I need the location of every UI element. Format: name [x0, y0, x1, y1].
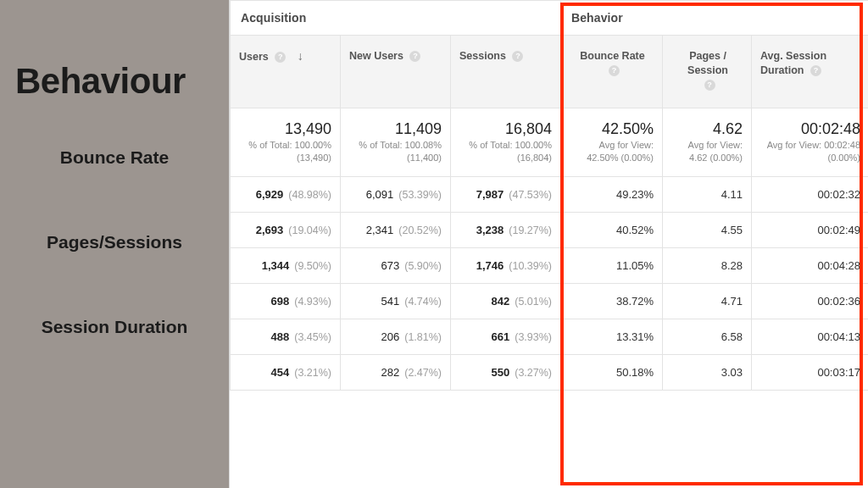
cell-value: 541: [381, 295, 400, 308]
cell-value: 550: [492, 366, 510, 379]
cell-new-users: 282(2.47%): [341, 354, 451, 390]
cell-duration: 00:02:36: [752, 283, 868, 319]
cell-pages-per-session: 8.28: [663, 247, 752, 283]
table-row[interactable]: 6,929(48.98%)6,091(53.39%)7,987(47.53%)4…: [231, 176, 869, 212]
summary-value: 42.50%: [570, 119, 654, 139]
cell-sessions: 550(3.27%): [451, 354, 561, 390]
annotation-pages-sessions: Pages/Sessions: [15, 232, 214, 252]
slide-annotations: Behaviour Bounce Rate Pages/Sessions Ses…: [0, 0, 229, 488]
cell-value: 6,929: [256, 188, 284, 201]
cell-value: 2,693: [256, 224, 284, 236]
cell-duration: 00:04:13: [752, 319, 868, 354]
cell-new-users: 6,091(53.39%): [341, 176, 451, 212]
table-row[interactable]: 698(4.93%)541(4.74%)842(5.01%)38.72%4.71…: [231, 283, 869, 319]
summary-sessions: 16,804 % of Total: 100.00% (16,804): [451, 108, 561, 176]
summary-value: 13,490: [239, 119, 331, 139]
cell-duration: 00:02:49: [752, 212, 868, 247]
help-icon[interactable]: ?: [512, 51, 523, 62]
cell-sessions: 7,987(47.53%): [451, 176, 561, 212]
cell-percent: (9.50%): [294, 260, 331, 272]
column-group-behavior: Behavior: [561, 1, 868, 36]
cell-bounce-rate: 38.72%: [561, 283, 663, 319]
summary-subtext: % of Total: 100.08% (11,400): [349, 139, 442, 164]
help-icon[interactable]: ?: [409, 51, 420, 62]
column-group-acquisition: Acquisition: [231, 1, 561, 36]
column-header-label: Users: [239, 51, 269, 63]
cell-duration: 00:02:32: [752, 176, 868, 212]
summary-value: 11,409: [349, 119, 442, 139]
cell-users: 454(3.21%): [231, 354, 341, 390]
summary-row: 13,490 % of Total: 100.00% (13,490) 11,4…: [231, 108, 869, 176]
annotation-session-duration: Session Duration: [15, 317, 214, 337]
cell-duration: 00:04:28: [752, 247, 868, 283]
help-icon[interactable]: ?: [704, 80, 715, 91]
cell-value: 698: [271, 295, 290, 308]
cell-new-users: 206(1.81%): [341, 319, 451, 354]
cell-new-users: 673(5.90%): [341, 247, 451, 283]
summary-duration: 00:02:48 Avg for View: 00:02:48 (0.00%): [752, 108, 868, 176]
summary-subtext: % of Total: 100.00% (16,804): [459, 139, 552, 164]
summary-value: 4.62: [671, 119, 743, 139]
cell-bounce-rate: 50.18%: [561, 354, 663, 390]
analytics-report-table: Acquisition Behavior Users ? ↓ New Users…: [229, 0, 868, 488]
sort-arrow-down-icon[interactable]: ↓: [298, 48, 303, 64]
cell-value: 206: [381, 330, 400, 343]
table-row[interactable]: 2,693(19.04%)2,341(20.52%)3,238(19.27%)4…: [231, 212, 869, 247]
cell-percent: (2.47%): [404, 367, 442, 379]
cell-users: 2,693(19.04%): [231, 212, 341, 247]
cell-value: 1,344: [262, 259, 290, 272]
summary-pages-per-session: 4.62 Avg for View: 4.62 (0.00%): [663, 108, 752, 176]
column-header-pages-per-session[interactable]: Pages / Session ?: [663, 36, 752, 108]
cell-duration: 00:03:17: [752, 354, 868, 390]
column-header-avg-session-duration[interactable]: Avg. Session Duration ?: [752, 36, 868, 108]
cell-percent: (1.81%): [404, 331, 442, 343]
column-header-label: Pages / Session: [687, 50, 728, 76]
annotation-bounce-rate: Bounce Rate: [15, 147, 214, 168]
cell-percent: (3.93%): [515, 331, 552, 343]
summary-subtext: Avg for View: 4.62 (0.00%): [671, 139, 743, 164]
cell-value: 6,091: [366, 188, 394, 201]
cell-value: 673: [381, 259, 400, 272]
annotation-title: Behaviour: [15, 61, 214, 102]
cell-percent: (53.39%): [398, 189, 442, 201]
cell-bounce-rate: 49.23%: [561, 176, 663, 212]
help-icon[interactable]: ?: [609, 65, 620, 76]
cell-value: 454: [271, 366, 290, 379]
cell-value: 7,987: [476, 188, 504, 201]
cell-percent: (47.53%): [509, 189, 552, 201]
cell-value: 282: [381, 366, 400, 379]
table-row[interactable]: 488(3.45%)206(1.81%)661(3.93%)13.31%6.58…: [231, 319, 869, 354]
summary-new-users: 11,409 % of Total: 100.08% (11,400): [341, 108, 451, 176]
help-icon[interactable]: ?: [275, 52, 286, 63]
cell-value: 3,238: [476, 224, 504, 236]
column-header-bounce-rate[interactable]: Bounce Rate ?: [561, 36, 663, 108]
cell-percent: (5.90%): [404, 260, 442, 272]
cell-new-users: 2,341(20.52%): [341, 212, 451, 247]
cell-percent: (20.52%): [398, 225, 442, 236]
cell-pages-per-session: 3.03: [663, 354, 752, 390]
cell-percent: (19.04%): [288, 225, 331, 236]
summary-value: 00:02:48: [760, 119, 860, 139]
column-header-new-users[interactable]: New Users ?: [341, 36, 451, 108]
cell-percent: (48.98%): [288, 189, 331, 201]
table-row[interactable]: 1,344(9.50%)673(5.90%)1,746(10.39%)11.05…: [231, 247, 869, 283]
summary-subtext: Avg for View: 00:02:48 (0.00%): [760, 139, 860, 164]
column-header-sessions[interactable]: Sessions ?: [451, 36, 561, 108]
cell-sessions: 1,746(10.39%): [451, 247, 561, 283]
cell-users: 488(3.45%): [231, 319, 341, 354]
cell-users: 698(4.93%): [231, 283, 341, 319]
column-header-users[interactable]: Users ? ↓: [231, 36, 341, 108]
cell-new-users: 541(4.74%): [341, 283, 451, 319]
cell-percent: (5.01%): [515, 296, 552, 308]
cell-percent: (4.74%): [404, 296, 442, 308]
cell-percent: (10.39%): [509, 260, 552, 272]
cell-sessions: 842(5.01%): [451, 283, 561, 319]
table-row[interactable]: 454(3.21%)282(2.47%)550(3.27%)50.18%3.03…: [231, 354, 869, 390]
column-header-label: New Users: [349, 50, 403, 62]
cell-pages-per-session: 4.11: [663, 176, 752, 212]
cell-pages-per-session: 4.55: [663, 212, 752, 247]
summary-users: 13,490 % of Total: 100.00% (13,490): [231, 108, 341, 176]
help-icon[interactable]: ?: [810, 65, 821, 76]
column-header-label: Sessions: [459, 50, 506, 62]
cell-sessions: 661(3.93%): [451, 319, 561, 354]
